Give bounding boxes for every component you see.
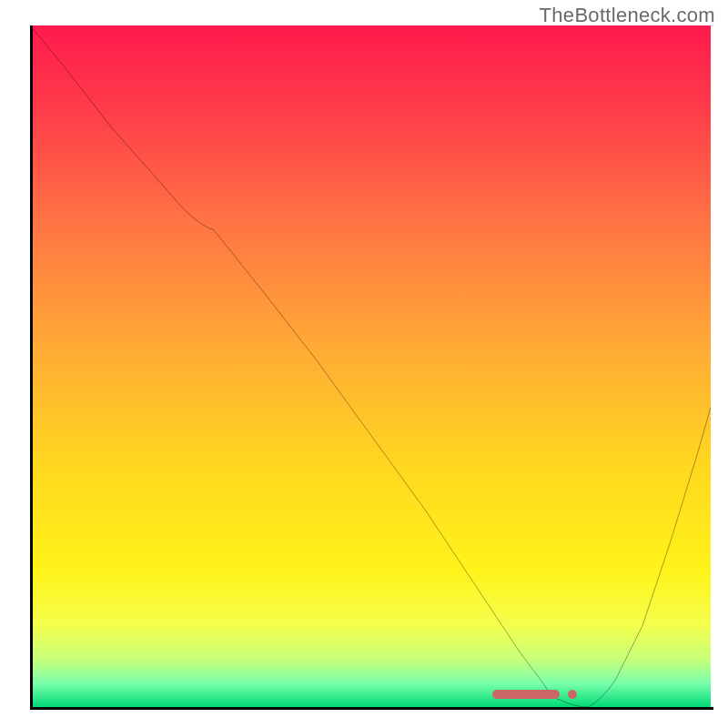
x-axis xyxy=(30,707,713,710)
optimal-range-marker xyxy=(492,690,560,699)
bottleneck-curve xyxy=(30,25,711,707)
optimal-point-marker xyxy=(568,690,577,699)
watermark-text: TheBottleneck.com xyxy=(540,4,715,27)
